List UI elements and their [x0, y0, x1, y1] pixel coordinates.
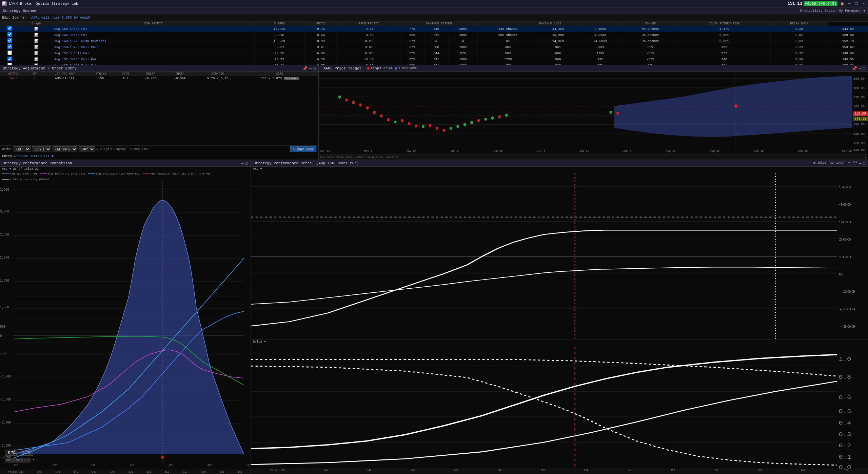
order-entry-maximize[interactable]: □: [313, 66, 316, 71]
row-chance-in: 84% chance: [478, 26, 538, 32]
x-label-may9: May 9: [364, 149, 372, 152]
order-entry-minimize[interactable]: ─: [309, 66, 312, 71]
scanner-forecast: AAPL will rise 3.00% by Aug19: [31, 16, 90, 20]
row-check[interactable]: [0, 44, 20, 50]
maximize-button[interactable]: □: [854, 1, 859, 6]
account-value[interactable]: U11060771 ▼: [31, 154, 54, 158]
price-chart-timeline[interactable]: Dec 88 Mar 96 Jun 91 Sep 96 Dec 01 Aug 0…: [319, 154, 868, 160]
strategy-row[interactable]: 📊 Aug 149/152.5 Risk Reversal 400.39 0.9…: [0, 38, 868, 44]
row-check[interactable]: [0, 62, 20, 65]
qty-select[interactable]: QTY 1: [32, 146, 51, 152]
svg-rect-61: [617, 112, 619, 115]
price-chart-area[interactable]: 160.00 151.13 190.00 180.00 170.00 160.0…: [319, 72, 868, 154]
submit-order-button[interactable]: Submit Order: [290, 146, 316, 152]
close-button[interactable]: ✕: [862, 1, 866, 6]
strategy-row[interactable]: 📊 Aug 143 Short Put 99.18 0.64 -3.10 86%…: [0, 32, 868, 38]
row-break-even: 144.54: [828, 26, 868, 32]
svg-text:100: 100: [839, 255, 851, 259]
strategy-row[interactable]: 📊 Aug 157.5/150 Bull Put 76.61 0.75 -3.8…: [0, 62, 868, 65]
strategy-row[interactable]: 📊 Aug 150/157.5 Bull Call 63.61 3.61 3.6…: [0, 44, 868, 50]
strategy-table-body: 📊 Aug 150 Short Put 172.92 0.76 -4.45 77…: [0, 26, 868, 65]
perf-controls: P&L ▼ as of Jul18'22: [0, 167, 251, 171]
svg-text:-1,000: -1,000: [0, 375, 11, 379]
detail-tab-jul18[interactable]: ▣ Jul18 (32 days): [813, 161, 845, 166]
dpx-162: 162: [801, 469, 805, 474]
pl-label-select[interactable]: P&L ▼: [253, 167, 262, 171]
row-max-loss: 369: [538, 62, 578, 65]
perf-comparison-pin[interactable]: ─: [241, 161, 244, 166]
row-check[interactable]: [0, 56, 20, 62]
legend-bull-call-label: Aug 150/157.5 Bull Call: [48, 172, 85, 175]
legend-short-put-label: Aug 150 Short Put: [10, 172, 38, 175]
col-delta: DELTA RETURN/RISK: [678, 22, 771, 26]
detail-pl-chart[interactable]: P&L ▼: [251, 167, 868, 339]
strategy-row[interactable]: 📊 Aug 152.5 Bull Call 96.25 6.05 6.05 57…: [0, 50, 868, 56]
col-break-even: BREAK EVEN: [770, 22, 828, 26]
order-label-text: Order: [2, 147, 12, 151]
price-target-maximize[interactable]: □: [863, 66, 865, 71]
price-target-pin[interactable]: 📌: [852, 66, 857, 71]
legend-std-move: 1 STD Move: [395, 67, 417, 70]
row-max-loss-pct: 4,513%: [578, 32, 623, 38]
order-last-trade: AUG 19 '22: [42, 76, 87, 81]
row-prob: 57%: [400, 50, 424, 56]
perf-as-of[interactable]: P&L ▼ as of Jul18'22: [2, 167, 39, 171]
order-action: Sell: [0, 76, 28, 81]
bottom-order-bar: Order LMTMKT QTY 1 LMT PRG DAY ◆ Margin …: [0, 145, 318, 153]
dpx-144: 144: [411, 469, 415, 474]
row-graph[interactable]: 📊: [20, 26, 53, 32]
row-check[interactable]: [0, 26, 20, 32]
row-prob: 57%: [400, 56, 424, 62]
row-graph[interactable]: 📊: [20, 56, 53, 62]
order-entry-pin[interactable]: 📌: [302, 66, 308, 71]
detail-delta-chart[interactable]: Delta ▼: [251, 339, 868, 474]
prob-basis-selector[interactable]: Probability Basis: My Forecast ▼: [800, 9, 865, 13]
svg-text:160.00: 160.00: [853, 105, 865, 108]
tl-scroll-right[interactable]: ▶: [865, 156, 867, 159]
svg-rect-51: [485, 118, 487, 120]
row-graph[interactable]: 📊: [20, 50, 53, 56]
svg-text:120.00: 120.00: [853, 142, 865, 145]
perf-detail-maximize[interactable]: □: [863, 161, 865, 166]
row-check[interactable]: [0, 38, 20, 44]
perf-price-axis-bar: Price: 130 141 143 145 147 149 151 153 1…: [0, 470, 251, 474]
row-graph[interactable]: 📊: [20, 62, 53, 65]
order-entry-panel: Strategy Adjustment / Order Entry 📌 ─ □ …: [0, 65, 319, 160]
perf-chart-area[interactable]: 3,500 3,000 2,500 2,000 1,500 1,000 500 …: [0, 182, 251, 470]
price-axis-147: 147: [92, 471, 97, 473]
strategy-row[interactable]: 📊 Aug 152.5/143 Bull Put 98.75 0.76 -3.4…: [0, 56, 868, 62]
strategy-table-container[interactable]: Graph EXP PROFIT SHARPE PRICE PROB/PROFI…: [0, 22, 868, 65]
price-target-panel: AAPL Price Target Target Price 1 STD Mov…: [319, 65, 868, 160]
row-price: -3.10: [337, 32, 400, 38]
strategy-row[interactable]: 📊 Aug 150 Short Put 172.92 0.76 -4.45 77…: [0, 26, 868, 32]
main-layout: Strategy Scanner Probability Basis: My F…: [0, 7, 868, 474]
svg-text:1,000: 1,000: [0, 306, 9, 310]
price-target-minimize[interactable]: ─: [859, 66, 862, 71]
row-max-loss-pct: -93%: [578, 44, 623, 50]
titlebar: 📊 LYNX Broker Option Strategy Lab 151.13…: [0, 0, 868, 7]
svg-rect-21: [380, 115, 382, 117]
perf-detail-minimize[interactable]: ─: [859, 161, 862, 166]
row-check[interactable]: [0, 32, 20, 38]
row-exp-profit: 63.61: [254, 44, 304, 50]
col-delta: DELTA: [136, 72, 165, 76]
perf-detail-controls: ▣ Jul18 (32 days) Aug19 ─ □: [813, 161, 865, 166]
row-max-return: ∞: [424, 38, 448, 44]
order-type-select[interactable]: LMTMKT: [14, 146, 31, 152]
minimize-button[interactable]: ─: [847, 1, 851, 6]
px-140: 140: [52, 463, 57, 470]
row-check[interactable]: [0, 50, 20, 56]
order-entry-title: Strategy Adjustment / Order Entry: [3, 66, 77, 70]
detail-tab-aug19[interactable]: Aug19: [848, 161, 857, 166]
row-graph[interactable]: 📊: [20, 44, 53, 50]
row-break-even: 152.70: [828, 38, 868, 44]
duration-select[interactable]: DAY: [79, 146, 95, 152]
price-axis-159: 159: [201, 471, 206, 473]
perf-comparison-maximize[interactable]: □: [245, 161, 248, 166]
row-chance-out: -53%: [623, 56, 678, 62]
lmt-price-select[interactable]: LMT PRG: [53, 146, 77, 152]
edit-scanner-btn[interactable]: Edit Scanner: [2, 16, 26, 20]
row-graph[interactable]: 📊: [20, 38, 53, 44]
delta-label-select[interactable]: Delta ▼: [253, 340, 266, 344]
row-graph[interactable]: 📊: [20, 32, 53, 38]
